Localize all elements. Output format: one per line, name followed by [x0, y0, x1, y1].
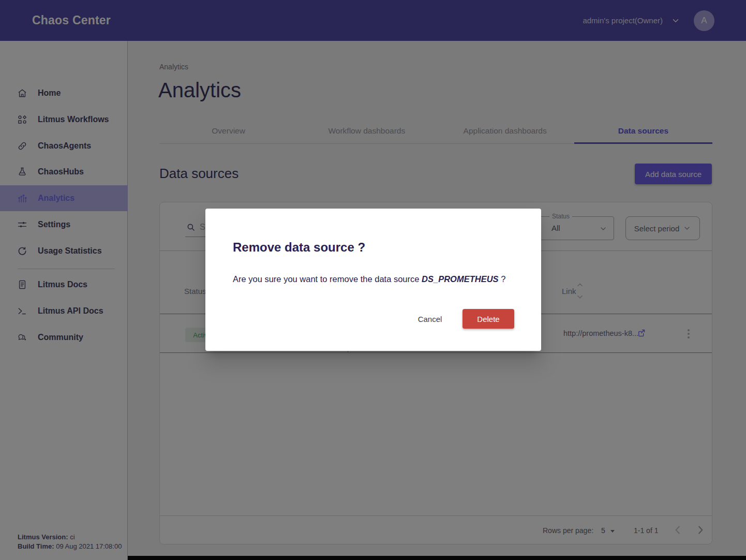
data-source-name: DS_PROMETHEUS — [422, 274, 499, 284]
remove-data-source-dialog: Remove data source ? Are you sure you wa… — [205, 209, 541, 351]
chaos-center-app: Chaos Center admin's project(Owner) A Ho… — [0, 0, 746, 560]
dialog-message-suffix: ? — [499, 274, 506, 284]
dialog-title: Remove data source ? — [233, 240, 365, 255]
dialog-message: Are you sure you want to remove the data… — [233, 274, 523, 284]
cancel-button[interactable]: Cancel — [411, 310, 449, 328]
dialog-message-prefix: Are you sure you want to remove the data… — [233, 274, 422, 284]
delete-button[interactable]: Delete — [462, 309, 514, 329]
